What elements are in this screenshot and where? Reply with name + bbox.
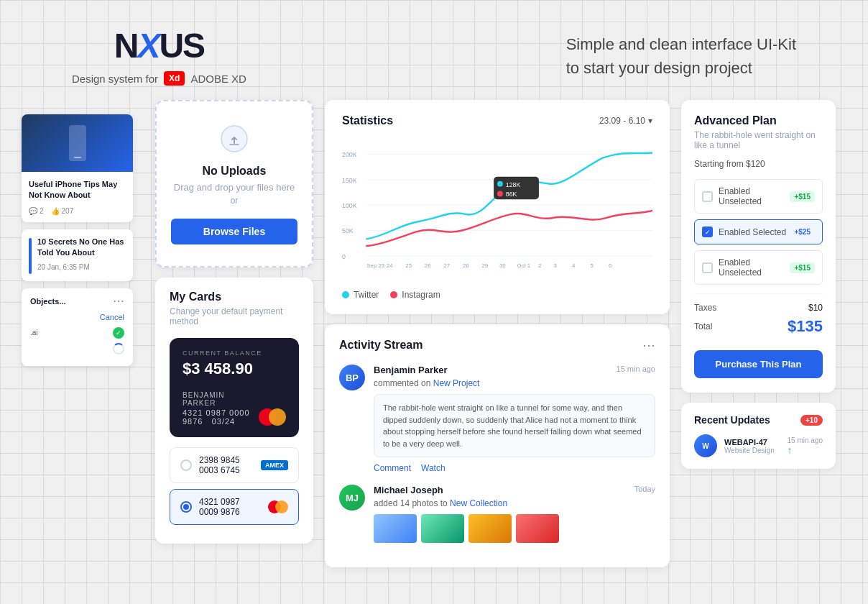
objects-title: Objects...	[30, 297, 66, 306]
pricing-badge-3: +$15	[790, 262, 815, 273]
my-cards-title: My Cards	[170, 290, 299, 303]
svg-text:30: 30	[499, 262, 506, 269]
blog-card-1-meta: 💬 2 👍 207	[29, 207, 126, 215]
upload-subtitle: Drag and drop your files here	[171, 182, 297, 193]
pricing-taxes-row: Taxes $10	[694, 303, 823, 313]
my-cards-subtitle: Change your default payment method	[170, 306, 299, 326]
recent-item-time: 15 min ago	[788, 436, 823, 444]
chevron-down-icon: ▾	[648, 116, 652, 126]
activity-menu-icon[interactable]: ⋯	[642, 337, 655, 353]
objects-item-1: .ai ✓	[30, 327, 124, 339]
svg-point-28	[497, 181, 503, 187]
purchase-button[interactable]: Purchase This Plan	[694, 350, 823, 378]
objects-status-loading	[113, 343, 124, 354]
recent-updates-card: Recent Updates +10 W WEBAPI-47 Website D…	[681, 403, 836, 469]
objects-item-2	[30, 343, 124, 354]
recent-badge: +10	[800, 415, 823, 426]
recent-title: Recent Updates	[694, 414, 770, 426]
credit-card-name: Benjamin Parker	[183, 391, 259, 407]
card-number-2: 4321 0987 0009 9876	[199, 497, 261, 517]
objects-menu-icon[interactable]: ⋯	[113, 296, 124, 307]
pricing-total-row: Total $135	[694, 317, 823, 336]
activity-item-2: MJ Michael Joseph Today added 14 photos …	[339, 485, 655, 543]
svg-text:27: 27	[443, 262, 450, 269]
svg-rect-0	[69, 125, 86, 161]
svg-text:0: 0	[342, 253, 346, 260]
my-cards-section: My Cards Change your default payment met…	[155, 278, 313, 544]
total-value: $135	[788, 317, 823, 336]
activity-link-1[interactable]: New Project	[433, 378, 480, 388]
blog-card-2-date: 20 Jan, 6:35 PM	[37, 263, 126, 271]
pricing-label-1: Enabled Unselected	[719, 186, 790, 206]
middle-column: No Uploads Drag and drop your files here…	[155, 100, 313, 544]
blog-card-1: Useful iPhone Tips May Not Know About 💬 …	[22, 114, 133, 222]
credit-card-balance: $3 458.90	[183, 360, 286, 378]
activity-link-2[interactable]: New Collection	[450, 498, 507, 508]
logo-area: NXUS Design system for Xd ADOBE XD	[72, 26, 246, 86]
svg-text:29: 29	[481, 262, 488, 269]
blog-card-2-title: 10 Secrets No One Has Told You About	[37, 237, 126, 259]
chart-svg: 200K 150K 100K 50K 0	[342, 139, 652, 283]
activity-name-2: Michael Joseph	[374, 485, 443, 495]
taxes-label: Taxes	[694, 303, 716, 313]
checkbox-unselected-1[interactable]	[702, 191, 713, 202]
blog-card-1-title: Useful iPhone Tips May Not Know About	[29, 179, 126, 201]
pricing-option-3[interactable]: Enabled Unselected +$15	[694, 250, 823, 285]
blog-card-1-image	[22, 114, 133, 172]
pricing-card: Advanced Plan The rabbit-hole went strai…	[681, 100, 836, 393]
upload-title: No Uploads	[171, 165, 297, 178]
activity-desc-2: added 14 photos to New Collection	[374, 498, 655, 508]
right-column: Advanced Plan The rabbit-hole went strai…	[681, 100, 836, 469]
amex-badge: AMEX	[261, 460, 288, 470]
credit-card: Current Balance $3 458.90 Benjamin Parke…	[170, 338, 299, 437]
svg-text:Sep 23: Sep 23	[366, 262, 384, 269]
objects-cancel[interactable]: Cancel	[30, 313, 124, 321]
browse-button[interactable]: Browse Files	[171, 219, 297, 244]
logo-x: X	[137, 26, 159, 65]
radio-unselected[interactable]	[180, 459, 192, 471]
activity-avatar-1: BP	[339, 365, 365, 390]
svg-text:28: 28	[463, 262, 469, 269]
total-label: Total	[694, 321, 712, 331]
objects-card: Objects... ⋯ Cancel .ai ✓	[22, 288, 133, 366]
recent-avatar: W	[694, 434, 717, 457]
objects-status-done: ✓	[113, 327, 124, 339]
content-area: Useful iPhone Tips May Not Know About 💬 …	[0, 100, 868, 567]
mastercard-logo	[259, 408, 286, 426]
blog-card-2-bar	[29, 238, 32, 274]
chart-container: 200K 150K 100K 50K 0	[342, 139, 652, 283]
svg-text:86K: 86K	[506, 191, 517, 198]
svg-text:3: 3	[554, 262, 558, 269]
activity-desc-1: commented on New Project	[374, 378, 655, 388]
pricing-title: Advanced Plan	[694, 114, 823, 127]
recent-item-sub: Website Design	[724, 447, 780, 454]
activity-avatar-2: MJ	[339, 485, 365, 511]
pricing-starting: Starting from $120	[694, 159, 823, 169]
svg-rect-1	[74, 157, 81, 158]
comment-action[interactable]: Comment	[374, 463, 411, 473]
svg-text:200K: 200K	[342, 151, 357, 158]
photo-row	[374, 514, 655, 543]
watch-action[interactable]: Watch	[421, 463, 445, 473]
card-number-1: 2398 9845 0003 6745	[199, 455, 254, 475]
stats-date[interactable]: 23.09 - 6.10 ▾	[599, 116, 652, 126]
radio-selected[interactable]	[180, 501, 192, 513]
checkbox-unselected-2[interactable]	[702, 262, 713, 273]
photo-2	[421, 514, 464, 543]
recent-item-name: WEBAPI-47	[724, 438, 780, 447]
left-column: Useful iPhone Tips May Not Know About 💬 …	[22, 114, 144, 366]
checkbox-selected[interactable]: ✓	[702, 226, 713, 237]
statistics-card: Statistics 23.09 - 6.10 ▾ 200K 150K 100K…	[325, 100, 670, 314]
card-option-1[interactable]: 2398 9845 0003 6745 AMEX	[170, 447, 299, 483]
pricing-label-3: Enabled Unselected	[719, 257, 790, 278]
phone-icon	[67, 125, 88, 161]
card-option-2[interactable]: 4321 0987 0009 9876	[170, 489, 299, 525]
svg-text:4: 4	[572, 262, 576, 269]
twitter-dot	[342, 291, 349, 298]
pricing-badge-1: +$15	[790, 191, 815, 202]
pricing-option-2[interactable]: ✓ Enabled Selected +$25	[694, 219, 823, 244]
pricing-option-1[interactable]: Enabled Unselected +$15	[694, 179, 823, 214]
legend-instagram: Instagram	[390, 290, 440, 300]
activity-title: Activity Stream	[339, 339, 423, 352]
like-count: 👍 207	[51, 207, 74, 215]
